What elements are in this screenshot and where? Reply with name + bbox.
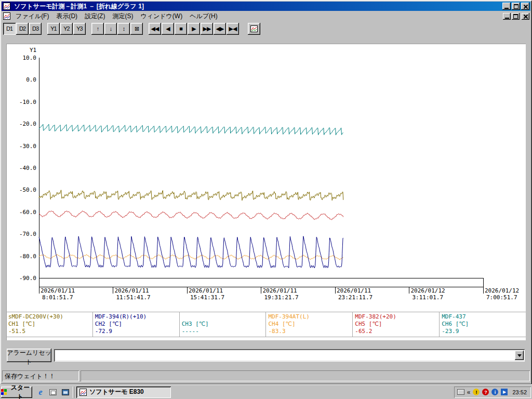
svg-text:3:11:01.7: 3:11:01.7 (413, 294, 444, 301)
channel-value: -72.9 (95, 328, 179, 335)
toolbar-nav-button-4[interactable]: ▶ (188, 23, 200, 35)
toolbar-nav-button-6[interactable]: ◀▶ (214, 23, 226, 35)
menu-item-view[interactable]: 表示(D) (52, 11, 81, 21)
svg-text:2026/01/11: 2026/01/11 (263, 287, 297, 294)
channel-value: -65.2 (355, 328, 439, 335)
toolbar-scale-button-3[interactable]: ↕ (117, 23, 130, 35)
chevron-down-icon (517, 354, 522, 357)
channel-label: CH4 [℃] (268, 321, 352, 328)
svg-text:2026/01/11: 2026/01/11 (337, 287, 371, 294)
show-desktop-icon (49, 389, 57, 395)
toolbar-nav-button-1[interactable]: ◀◀ (149, 23, 161, 35)
svg-text:-40.0: -40.0 (19, 165, 36, 171)
hide-icons-chevron-icon[interactable]: « (467, 389, 471, 396)
svg-text:0.0: 0.0 (26, 76, 36, 83)
channel-window-icon[interactable] (60, 387, 71, 397)
minimize-icon (505, 18, 509, 19)
start-button[interactable]: スタート (1, 387, 32, 398)
info-icon[interactable]: i (491, 389, 498, 395)
toolbar-scale-button-1[interactable]: ↑ (91, 23, 104, 35)
svg-text:8:01:51.7: 8:01:51.7 (42, 294, 73, 301)
app-icon (3, 3, 10, 10)
toolbar-yaxis-button-2[interactable]: Y2 (60, 23, 73, 35)
windows-logo-icon (1, 389, 7, 395)
toolbar-display-button-1[interactable]: D1 (3, 23, 16, 35)
ie-icon: e (38, 388, 42, 397)
toolbar-nav-button-2[interactable]: ◀ (162, 23, 174, 35)
menu-item-settings[interactable]: 設定(Z) (81, 11, 109, 21)
media-icon[interactable]: ▶ (501, 389, 508, 395)
svg-text:-20.0: -20.0 (19, 121, 36, 127)
legend-channel-5: MDF-382(+20)CH5 [℃]-65.2 (352, 312, 439, 337)
line-chart: Y110.00.0-10.0-20.0-30.0-40.0-50.0-60.0-… (6, 44, 526, 312)
desktop: ソフトサーモ計測－計測1 － [折れ線グラフ 1] ファイル(F)表示(D)設定… (0, 0, 532, 399)
toolbar-display-button-2[interactable]: D2 (16, 23, 29, 35)
svg-text:-30.0: -30.0 (19, 143, 36, 150)
svg-text:-90.0: -90.0 (19, 275, 36, 282)
child-window-icon[interactable] (3, 12, 10, 20)
channel-label: CH6 [℃] (442, 321, 526, 328)
ie-icon[interactable]: e (35, 387, 46, 397)
taskbar-task-button[interactable]: ソフトサーモ E830 (76, 387, 171, 398)
toolbar-nav-button-3[interactable]: ■ (175, 23, 187, 35)
toolbar: D1D2D3Y1Y2Y3↑↓↕⊠◀◀◀■▶▶▶◀▶▶◀ (3, 22, 529, 35)
child-minimize-button[interactable] (503, 13, 511, 20)
toolbar-yaxis-button-3[interactable]: Y3 (73, 23, 86, 35)
taskbar: スタート e ソフトサーモ E830 «!?i▶ 23:52 (0, 384, 532, 399)
system-tray: «!?i▶ 23:52 (454, 387, 531, 398)
channel-legend-table: sMDF-DC200V(+30)CH1 [℃]-51.5MDF-394(R)(+… (6, 312, 526, 337)
svg-text:2026/01/11: 2026/01/11 (115, 287, 149, 294)
taskbar-divider (73, 387, 74, 398)
child-restore-button[interactable] (512, 13, 520, 20)
svg-text:15:41:31.7: 15:41:31.7 (190, 294, 224, 301)
svg-text:-50.0: -50.0 (19, 187, 36, 193)
channel-value: ----- (182, 328, 266, 335)
menu-item-help[interactable]: ヘルプ(H) (186, 11, 221, 21)
status-bar: 保存ウェイト！！ (2, 369, 530, 383)
minimize-icon (504, 8, 509, 9)
channel-window-icon (62, 389, 69, 395)
legend-channel-2: MDF-394(R)(+10)CH2 [℃]-72.9 (92, 312, 179, 337)
close-icon (523, 14, 528, 19)
toolbar-scale-button-4[interactable]: ⊠ (130, 23, 143, 35)
sensor-name: MDF-394AT(L) (268, 313, 352, 321)
legend-channel-3: CH3 [℃]----- (179, 312, 266, 337)
svg-text:-70.0: -70.0 (19, 231, 36, 237)
alarm-reset-button[interactable]: アラームリセット (7, 349, 51, 362)
channel-value: -23.9 (442, 328, 526, 335)
status-text: 保存ウェイト！！ (5, 373, 55, 380)
restore-button[interactable] (512, 3, 520, 10)
toolbar-nav-button-5[interactable]: ▶▶ (201, 23, 213, 35)
channel-label: CH2 [℃] (95, 321, 179, 328)
menu-item-measure[interactable]: 測定(S) (109, 11, 137, 21)
legend-channel-4: MDF-394AT(L)CH4 [℃]-83.3 (265, 312, 352, 337)
channel-label: CH5 [℃] (355, 321, 439, 328)
warning-icon[interactable]: ! (473, 389, 480, 395)
start-label: スタート (8, 383, 32, 399)
channel-label: CH3 [℃] (182, 321, 266, 328)
minimize-button[interactable] (502, 3, 511, 10)
child-close-button[interactable] (522, 13, 529, 20)
svg-text:2026/01/12: 2026/01/12 (485, 287, 519, 294)
menu-item-file[interactable]: ファイル(F) (12, 11, 52, 21)
task-label: ソフトサーモ E830 (89, 388, 144, 396)
channel-value: -83.3 (268, 328, 352, 335)
status-panel-secondary (81, 370, 530, 381)
toolbar-scale-button-2[interactable]: ↓ (104, 23, 117, 35)
task-icon (79, 389, 87, 396)
close-button[interactable] (521, 3, 529, 10)
legend-channel-1: sMDF-DC200V(+30)CH1 [℃]-51.5 (6, 312, 92, 337)
toolbar-nav-button-7[interactable]: ▶◀ (227, 23, 239, 35)
svg-text:2026/01/12: 2026/01/12 (411, 287, 445, 294)
tray-icons: «!?i▶ (457, 389, 508, 396)
combo-dropdown-button[interactable] (515, 351, 524, 360)
toolbar-yaxis-button-1[interactable]: Y1 (47, 23, 60, 35)
toolbar-graph-button[interactable] (248, 23, 260, 35)
input-device-icon[interactable] (457, 389, 464, 395)
menu-item-window[interactable]: ウィンドウ(W) (137, 11, 186, 21)
error-icon[interactable]: ? (482, 389, 489, 395)
alarm-combobox[interactable] (54, 349, 525, 362)
show-desktop-icon[interactable] (48, 387, 58, 397)
toolbar-display-button-3[interactable]: D3 (29, 23, 42, 35)
sensor-name: MDF-382(+20) (355, 313, 439, 321)
